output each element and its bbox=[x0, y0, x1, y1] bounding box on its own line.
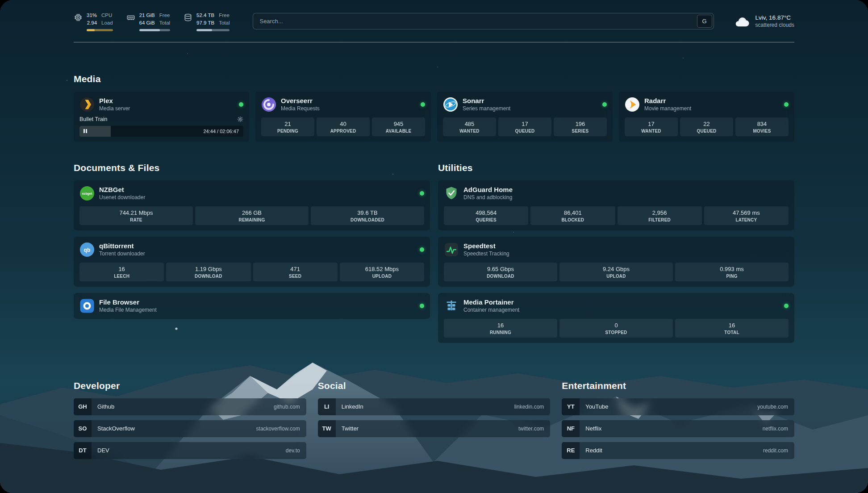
stat-value: 16 bbox=[445, 322, 556, 329]
stat-total: 16TOTAL bbox=[675, 319, 789, 338]
service-name: Radarr bbox=[644, 97, 691, 104]
stat-upload: 618.52 MbpsUPLOAD bbox=[340, 263, 424, 281]
service-name: File Browser bbox=[99, 298, 157, 306]
stat-queued: 17QUEUED bbox=[498, 117, 551, 136]
service-card-file-browser[interactable]: File BrowserMedia File Management bbox=[74, 293, 430, 319]
cpu-bar-fill bbox=[87, 29, 95, 31]
service-card-header: File BrowserMedia File Management bbox=[79, 298, 424, 313]
dashboard-screen: 31% CPU 2.94 Load 21 bbox=[0, 0, 868, 493]
stat-value: 47.569 ms bbox=[705, 209, 788, 216]
service-card-overseerr[interactable]: OverseerrMedia Requests21PENDING40APPROV… bbox=[255, 92, 431, 142]
service-title-block: SonarrSeries management bbox=[463, 97, 510, 112]
disk-total-label: Total bbox=[219, 19, 230, 27]
search-input[interactable] bbox=[253, 13, 695, 29]
service-card-plex[interactable]: PlexMedia serverBullet Train24:44 / 02:0… bbox=[74, 92, 249, 142]
stat-value: 0.993 ms bbox=[676, 266, 788, 272]
bookmark-dev[interactable]: DTDEVdev.to bbox=[74, 442, 306, 459]
bookmark-abbr: RE bbox=[562, 442, 580, 459]
stat-value: 196 bbox=[555, 121, 606, 127]
gear-icon[interactable] bbox=[237, 116, 243, 122]
bookmark-youtube[interactable]: YTYouTubeyoutube.com bbox=[562, 398, 794, 415]
stat-label: UPLOAD bbox=[341, 274, 423, 279]
resource-widgets: 31% CPU 2.94 Load 21 bbox=[74, 12, 230, 31]
service-card-qbittorrent[interactable]: qbqBittorrentTorrent downloader16LEECH1.… bbox=[74, 237, 430, 287]
dashboard-content: 31% CPU 2.94 Load 21 bbox=[0, 0, 868, 493]
stat-label: TOTAL bbox=[676, 330, 788, 335]
now-playing-row: Bullet Train bbox=[79, 116, 243, 122]
bookmark-reddit[interactable]: RERedditreddit.com bbox=[562, 442, 794, 459]
stat-downloaded: 39.6 TBDOWNLOADED bbox=[311, 206, 424, 225]
bookmark-url: github.com bbox=[274, 404, 300, 410]
bookmark-twitter[interactable]: TWTwittertwitter.com bbox=[318, 420, 551, 437]
service-card-media-portainer[interactable]: Media PortainerContainer management16RUN… bbox=[438, 293, 794, 343]
stat-pending: 21PENDING bbox=[261, 117, 314, 136]
service-title-block: PlexMedia server bbox=[99, 97, 130, 112]
cpu-load-label: Load bbox=[101, 19, 113, 27]
service-description: Media server bbox=[99, 105, 130, 112]
topbar-divider bbox=[74, 42, 794, 42]
status-dot-online bbox=[421, 102, 425, 107]
disk-bar-fill bbox=[196, 29, 212, 31]
stat-movies: 834MOVIES bbox=[735, 117, 789, 136]
ram-total-label: Total bbox=[159, 19, 170, 27]
stat-value: 39.6 TB bbox=[312, 209, 423, 216]
bookmark-linkedin[interactable]: LILinkedInlinkedin.com bbox=[318, 398, 551, 415]
stat-rate: 744.21 MbpsRATE bbox=[79, 206, 193, 225]
service-title-block: SpeedtestSpeedtest Tracking bbox=[463, 242, 509, 257]
bookmark-abbr: YT bbox=[562, 398, 580, 415]
service-description: Torrent downloader bbox=[99, 251, 145, 257]
service-card-nzbget[interactable]: nzbgetNZBGetUsenet downloader744.21 Mbps… bbox=[74, 180, 430, 230]
service-description: Series management bbox=[463, 105, 510, 112]
ram-bar-fill bbox=[139, 29, 160, 31]
filebrowser-icon bbox=[79, 298, 95, 313]
status-dot-online bbox=[420, 247, 424, 252]
bookmark-groups: DeveloperGHGithubgithub.comSOStackOverfl… bbox=[74, 380, 794, 464]
qbittorrent-icon: qb bbox=[79, 242, 95, 257]
bookmark-abbr: GH bbox=[74, 398, 92, 415]
utilities-card-stack: AdGuard HomeDNS and adblocking498,564QUE… bbox=[438, 180, 794, 343]
service-title-block: NZBGetUsenet downloader bbox=[99, 186, 145, 201]
service-name: Speedtest bbox=[463, 242, 509, 250]
service-stats: 16LEECH1.19 GbpsDOWNLOAD471SEED618.52 Mb… bbox=[79, 263, 424, 281]
bookmark-stackoverflow[interactable]: SOStackOverflowstackoverflow.com bbox=[74, 420, 306, 437]
disk-widget: 52.4 TB Free 97.9 TB Total bbox=[184, 12, 230, 31]
cpu-load-value: 2.94 bbox=[87, 19, 97, 27]
bookmark-github[interactable]: GHGithubgithub.com bbox=[74, 398, 306, 415]
section-title-media: Media bbox=[74, 74, 794, 84]
pause-icon[interactable] bbox=[83, 129, 87, 133]
stat-leech: 16LEECH bbox=[79, 263, 164, 281]
service-card-header: PlexMedia server bbox=[79, 97, 243, 112]
bookmark-group-title: Social bbox=[318, 380, 551, 391]
stat-stopped: 0STOPPED bbox=[559, 319, 673, 338]
cloud-icon bbox=[734, 15, 751, 28]
status-dot-online bbox=[784, 304, 789, 308]
radarr-icon bbox=[625, 97, 640, 112]
documents-utilities-row: Documents & Files nzbgetNZBGetUsenet dow… bbox=[74, 163, 794, 343]
service-card-speedtest[interactable]: SpeedtestSpeedtest Tracking9.65 GbpsDOWN… bbox=[438, 237, 794, 287]
stat-series: 196SERIES bbox=[554, 117, 607, 136]
weather-widget[interactable]: Lviv, 16.87°C scattered clouds bbox=[734, 14, 794, 28]
stat-value: 945 bbox=[373, 121, 424, 127]
weather-location: Lviv, 16.87°C bbox=[755, 14, 794, 21]
speedtest-icon bbox=[444, 242, 459, 257]
service-card-sonarr[interactable]: SonarrSeries management485WANTED17QUEUED… bbox=[437, 92, 613, 142]
documents-card-stack: nzbgetNZBGetUsenet downloader744.21 Mbps… bbox=[74, 180, 430, 319]
section-media: Media PlexMedia serverBullet Train24:44 … bbox=[74, 74, 794, 142]
now-playing-progressbar[interactable]: 24:44 / 02:06:47 bbox=[79, 126, 243, 137]
disk-total-value: 97.9 TB bbox=[196, 19, 214, 27]
stat-value: 498,564 bbox=[445, 209, 527, 216]
service-card-header: nzbgetNZBGetUsenet downloader bbox=[79, 186, 424, 201]
bookmark-netflix[interactable]: NFNetflixnetflix.com bbox=[562, 420, 794, 437]
search-provider-button[interactable]: G bbox=[697, 15, 712, 28]
stat-label: PING bbox=[676, 274, 788, 279]
stat-value: 21 bbox=[262, 121, 313, 127]
stat-value: 834 bbox=[736, 121, 788, 127]
bookmark-name: LinkedIn bbox=[342, 403, 363, 410]
bookmark-url: reddit.com bbox=[763, 447, 788, 454]
service-description: Container management bbox=[463, 307, 519, 313]
service-card-adguard-home[interactable]: AdGuard HomeDNS and adblocking498,564QUE… bbox=[438, 180, 794, 230]
service-card-radarr[interactable]: RadarrMovie management17WANTED22QUEUED83… bbox=[619, 92, 794, 142]
stat-label: APPROVED bbox=[317, 129, 369, 134]
service-description: Usenet downloader bbox=[99, 194, 145, 201]
service-title-block: AdGuard HomeDNS and adblocking bbox=[463, 186, 513, 201]
